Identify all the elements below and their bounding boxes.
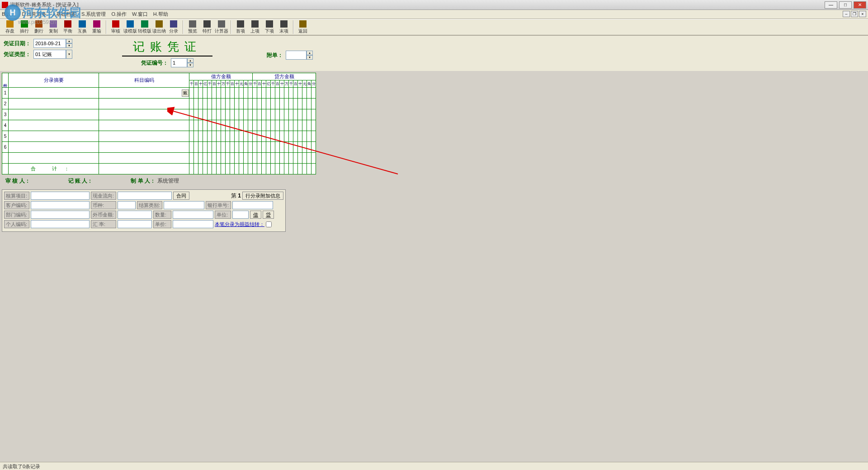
maker-label: 制 单 人：系统管理 — [131, 177, 179, 185]
delete-row-icon — [35, 20, 42, 28]
unit-input[interactable] — [232, 211, 249, 219]
person-code-label: 个人编码: — [4, 220, 29, 228]
attach-label: 附单： — [267, 52, 283, 59]
toolbar-check[interactable]: 审核 — [108, 20, 123, 35]
customer-code-input[interactable] — [31, 201, 90, 209]
unit-label: 单位: — [215, 211, 231, 219]
auditor-label: 审 核 人： — [5, 177, 32, 185]
pl-transfer-checkbox[interactable] — [266, 221, 272, 227]
voucher-num-label: 凭证编号： — [141, 59, 168, 67]
pl-transfer-link[interactable]: 本笔分录为损益结转： — [215, 221, 264, 228]
voucher-num-input[interactable]: ▲▼ — [171, 58, 193, 67]
toolbar-back[interactable]: 返回 — [296, 20, 310, 35]
toolbar-label: 末项 — [279, 28, 288, 34]
qty-label: 数量: — [153, 211, 171, 219]
toolbar-label: 首项 — [236, 28, 245, 34]
toolbar-save[interactable]: 存盘 — [3, 20, 17, 35]
grid-row[interactable]: 2 — [2, 99, 316, 109]
grid-row[interactable]: 1账 — [2, 88, 316, 99]
menu-window[interactable]: W.窗口 — [132, 11, 148, 18]
attach-input[interactable]: ▲▼ — [286, 51, 313, 60]
toolbar-to-tmpl[interactable]: 转模版 — [137, 20, 152, 35]
calc-icon — [218, 20, 225, 28]
currency-input[interactable] — [118, 201, 136, 209]
qty-input[interactable] — [173, 211, 213, 219]
toolbar-balance[interactable]: 平衡 — [61, 20, 75, 35]
toolbar-copy[interactable]: 复制 — [46, 20, 61, 35]
voucher-form: 凭证日期： ▲▼ 凭证类型： ▼ 记账凭证 凭证编号： — [0, 37, 868, 71]
menu-help[interactable]: H.帮助 — [153, 11, 168, 18]
toolbar-label: 下项 — [265, 28, 274, 34]
close-button[interactable]: ✕ — [854, 1, 866, 9]
menu-base[interactable]: J.基础档案 — [52, 11, 76, 18]
dept-code-input[interactable] — [31, 211, 90, 219]
toolbar-label: 重输 — [92, 28, 101, 34]
rate-input[interactable] — [118, 220, 152, 228]
grid-row-blank[interactable] — [2, 153, 316, 164]
toolbar-preview[interactable]: 预览 — [185, 20, 200, 35]
row-extra-button[interactable]: 行分录附加信息 — [242, 192, 283, 200]
credit-button[interactable]: 贷 — [263, 211, 274, 219]
menu-daily[interactable]: D.日常业务 — [22, 11, 47, 18]
toolbar-delete-row[interactable]: 删行 — [32, 20, 46, 35]
grid-total-row: 合 计： — [2, 164, 316, 174]
grid-row[interactable]: 6 — [2, 142, 316, 153]
grid-row[interactable]: 5 — [2, 131, 316, 142]
toolbar-label: 插行 — [20, 28, 29, 34]
toolbar-entry[interactable]: 分录 — [166, 20, 181, 35]
toolbar-label: 删行 — [34, 28, 43, 34]
type-label: 凭证类型： — [4, 51, 31, 58]
toolbar-calc[interactable]: 计算器 — [214, 20, 229, 35]
contract-button[interactable]: 合同 — [173, 192, 189, 200]
debit-button[interactable]: 借 — [250, 211, 261, 219]
person-code-input[interactable] — [31, 220, 90, 228]
toolbar-label: 转模版 — [138, 28, 151, 34]
read-tmpl-icon — [127, 20, 134, 28]
toolbar-redo[interactable]: 重输 — [90, 20, 104, 35]
menu-settings[interactable]: B.设置 — [2, 11, 16, 18]
accounting-item-input[interactable] — [31, 192, 90, 200]
toolbar-last[interactable]: 末项 — [277, 20, 291, 35]
toolbar-swap[interactable]: 互换 — [75, 20, 90, 35]
mdi-restore[interactable]: ❐ — [851, 11, 858, 17]
menu-system[interactable]: S.系统管理 — [81, 11, 106, 18]
cashflow-input[interactable] — [118, 192, 172, 200]
accounting-item-label: 核算项目: — [4, 192, 29, 200]
mdi-close[interactable]: × — [859, 11, 866, 17]
first-icon — [237, 20, 244, 28]
rate-label: 汇 率: — [91, 220, 116, 228]
voucher-title: 记账凭证 — [122, 39, 212, 55]
voucher-grid: 行号分录摘要科目编码借方金额贷方金额千百十亿千百十万千百十元角分千百十亿千百十万… — [2, 73, 866, 174]
grid-row[interactable]: 3 — [2, 109, 316, 120]
date-input[interactable]: ▲▼ — [33, 39, 72, 48]
to-tmpl-icon — [141, 20, 148, 28]
settle-type-input[interactable] — [164, 201, 204, 209]
toolbar-label: 审核 — [111, 28, 120, 34]
minimize-button[interactable]: — — [825, 1, 837, 9]
price-input[interactable] — [173, 220, 213, 228]
grid-row[interactable]: 4 — [2, 120, 316, 131]
last-icon — [280, 20, 288, 28]
type-select[interactable]: ▼ — [33, 50, 72, 59]
dept-code-label: 部门编码: — [4, 211, 29, 219]
price-label: 单价: — [153, 220, 171, 228]
toolbar-first[interactable]: 首项 — [233, 20, 248, 35]
menu-operate[interactable]: O.操作 — [111, 11, 127, 18]
maximize-button[interactable]: □ — [839, 1, 852, 9]
toolbar-prev[interactable]: 上项 — [248, 20, 262, 35]
toolbar-label: 平衡 — [63, 28, 72, 34]
cashflow-label: 现金流向: — [91, 192, 116, 200]
toolbar-next[interactable]: 下项 — [262, 20, 277, 35]
fx-amount-input[interactable] — [118, 211, 152, 219]
toolbar-print[interactable]: 特打 — [200, 20, 214, 35]
toolbar-insert-row[interactable]: 插行 — [17, 20, 32, 35]
bank-no-label: 银行单号: — [206, 201, 231, 209]
toolbar-label: 互换 — [78, 28, 87, 34]
swap-icon — [79, 20, 86, 28]
toolbar-read-cash[interactable]: 读出纳 — [152, 20, 166, 35]
toolbar-read-tmpl[interactable]: 读模版 — [123, 20, 137, 35]
ledger-button[interactable]: 账 — [182, 89, 189, 97]
mdi-minimize[interactable]: – — [843, 11, 850, 17]
signers-row: 审 核 人： 记 账 人： 制 单 人：系统管理 — [0, 174, 868, 188]
bank-no-input[interactable] — [232, 201, 273, 209]
